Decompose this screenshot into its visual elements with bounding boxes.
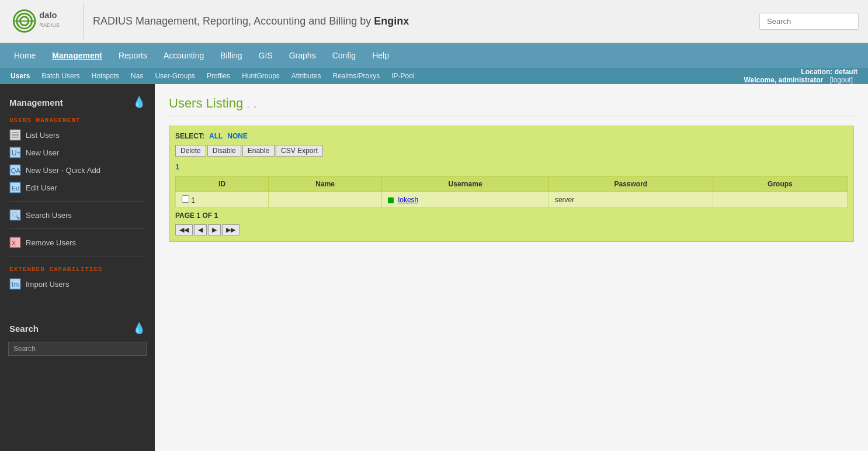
- page-last-button[interactable]: ▶▶: [222, 224, 239, 235]
- svg-text:RADIUS: RADIUS: [39, 22, 60, 28]
- table-container: SELECT: ALL NONE Delete Disable Enable C…: [169, 126, 854, 242]
- nav-reports[interactable]: Reports: [110, 45, 155, 66]
- svg-text:X: X: [12, 240, 16, 247]
- subnav-huntgroups[interactable]: HuntGroups: [237, 70, 284, 82]
- sidebar-item-remove-users[interactable]: X Remove Users: [0, 234, 155, 251]
- nav-gis[interactable]: GIS: [251, 45, 281, 66]
- sidebar-extended-cap-label: Extended Capabilities: [0, 261, 155, 275]
- sidebar-divider-2: [9, 228, 145, 229]
- new-user-quick-add-icon: QA: [9, 164, 21, 176]
- table-row: 1 lokesh server: [176, 192, 848, 208]
- row-id-value: 1: [191, 196, 195, 204]
- svg-text:U+: U+: [12, 149, 21, 157]
- cell-name: [269, 192, 382, 208]
- dalo-radius-logo: dalo RADIUS: [9, 5, 74, 37]
- sidebar-item-search-users[interactable]: 🔍 Search Users: [0, 206, 155, 224]
- select-none-link[interactable]: NONE: [227, 132, 248, 140]
- subnav-hotspots[interactable]: Hotspots: [87, 70, 124, 82]
- status-dot: [388, 197, 394, 203]
- table-header: ID Name Username Password Groups: [176, 176, 848, 192]
- nav-billing[interactable]: Billing: [212, 45, 250, 66]
- cell-id: 1: [176, 192, 269, 208]
- pagination-controls: ◀◀ ◀ ▶ ▶▶: [175, 224, 848, 235]
- cell-password: server: [548, 192, 713, 208]
- sub-nav-links: Users Batch Users Hotspots Nas User-Grou…: [6, 70, 419, 82]
- subnav-realms[interactable]: Realms/Proxys: [328, 70, 385, 82]
- select-bar: SELECT: ALL NONE: [175, 132, 848, 140]
- search-users-icon: 🔍: [9, 209, 21, 221]
- page-number-link[interactable]: 1: [175, 162, 179, 171]
- col-id: ID: [176, 176, 269, 192]
- subnav-ip-pool[interactable]: IP-Pool: [387, 70, 419, 82]
- cell-groups: [713, 192, 847, 208]
- sidebar-item-import-users[interactable]: Im Import Users: [0, 275, 155, 293]
- username-link[interactable]: lokesh: [398, 196, 419, 204]
- sidebar-search-input[interactable]: [8, 342, 147, 356]
- table-body: 1 lokesh server: [176, 192, 848, 208]
- subnav-user-groups[interactable]: User-Groups: [150, 70, 200, 82]
- enable-button[interactable]: Enable: [242, 145, 275, 157]
- sidebar-section-header: Management 💧: [0, 90, 155, 112]
- nav-graphs[interactable]: Graphs: [281, 45, 324, 66]
- main-nav: Home Management Reports Accounting Billi…: [0, 43, 868, 68]
- cell-username: lokesh: [382, 192, 549, 208]
- sidebar-item-edit-user[interactable]: Ed Edit User: [0, 179, 155, 196]
- select-label: SELECT:: [175, 132, 204, 140]
- new-user-icon: U+: [9, 147, 21, 158]
- disable-button[interactable]: Disable: [207, 145, 241, 157]
- subnav-batch-users[interactable]: Batch Users: [37, 70, 84, 82]
- location-info: Location: default Welcome, administrator…: [744, 68, 862, 84]
- svg-text:dalo: dalo: [39, 11, 57, 20]
- nav-management[interactable]: Management: [44, 45, 110, 66]
- subnav-users[interactable]: Users: [6, 70, 34, 82]
- col-username: Username: [382, 176, 549, 192]
- remove-users-icon: X: [9, 237, 21, 248]
- search-drop-icon: 💧: [133, 322, 145, 335]
- svg-text:QA: QA: [11, 167, 21, 174]
- sidebar-divider-3: [9, 256, 145, 256]
- csv-export-button[interactable]: CSV Export: [276, 145, 323, 157]
- svg-text:Ed: Ed: [12, 185, 20, 192]
- sidebar-item-list-users[interactable]: List Users: [0, 126, 155, 144]
- main-content: Users Listing . SELECT: ALL NONE Delete …: [155, 84, 868, 451]
- pagination-info: PAGE 1 OF 1: [175, 208, 848, 222]
- svg-text:🔍: 🔍: [12, 211, 20, 220]
- app-title: RADIUS Management, Reporting, Accounting…: [93, 15, 759, 27]
- sub-nav: Users Batch Users Hotspots Nas User-Grou…: [0, 68, 868, 84]
- sidebar-item-new-user-quick-add[interactable]: QA New User - Quick Add: [0, 161, 155, 179]
- nav-accounting[interactable]: Accounting: [155, 45, 212, 66]
- page-next-button[interactable]: ▶: [208, 224, 221, 235]
- page-title: Users Listing .: [169, 96, 854, 116]
- users-table: ID Name Username Password Groups 1: [175, 176, 848, 208]
- page-first-button[interactable]: ◀◀: [175, 224, 193, 235]
- subnav-attributes[interactable]: Attributes: [287, 70, 326, 82]
- header-search-input[interactable]: [759, 13, 859, 30]
- row-checkbox[interactable]: [182, 195, 189, 203]
- page-prev-button[interactable]: ◀: [194, 224, 207, 235]
- layout: Management 💧 Users Management List Users…: [0, 84, 868, 451]
- sidebar-divider-1: [9, 201, 145, 202]
- drop-icon: 💧: [133, 96, 145, 109]
- header: dalo RADIUS RADIUS Management, Reporting…: [0, 0, 868, 43]
- select-all-link[interactable]: ALL: [209, 132, 223, 140]
- sidebar-users-management-label: Users Management: [0, 112, 155, 126]
- nav-help[interactable]: Help: [364, 45, 397, 66]
- action-buttons: Delete Disable Enable CSV Export: [175, 145, 848, 157]
- nav-config[interactable]: Config: [324, 45, 364, 66]
- list-users-icon: [9, 129, 21, 141]
- delete-button[interactable]: Delete: [175, 145, 206, 157]
- col-name: Name: [269, 176, 382, 192]
- col-password: Password: [548, 176, 713, 192]
- header-search: [759, 13, 859, 30]
- nav-home[interactable]: Home: [6, 45, 44, 66]
- sidebar-item-new-user[interactable]: U+ New User: [0, 144, 155, 161]
- sidebar: Management 💧 Users Management List Users…: [0, 84, 155, 451]
- subnav-profiles[interactable]: Profiles: [202, 70, 235, 82]
- import-users-icon: Im: [9, 278, 21, 290]
- edit-user-icon: Ed: [9, 182, 21, 193]
- col-groups: Groups: [713, 176, 847, 192]
- svg-text:Im: Im: [12, 281, 19, 288]
- subnav-nas[interactable]: Nas: [126, 70, 148, 82]
- sidebar-search-section-header: Search 💧: [0, 316, 155, 338]
- logo-area: dalo RADIUS: [9, 4, 84, 39]
